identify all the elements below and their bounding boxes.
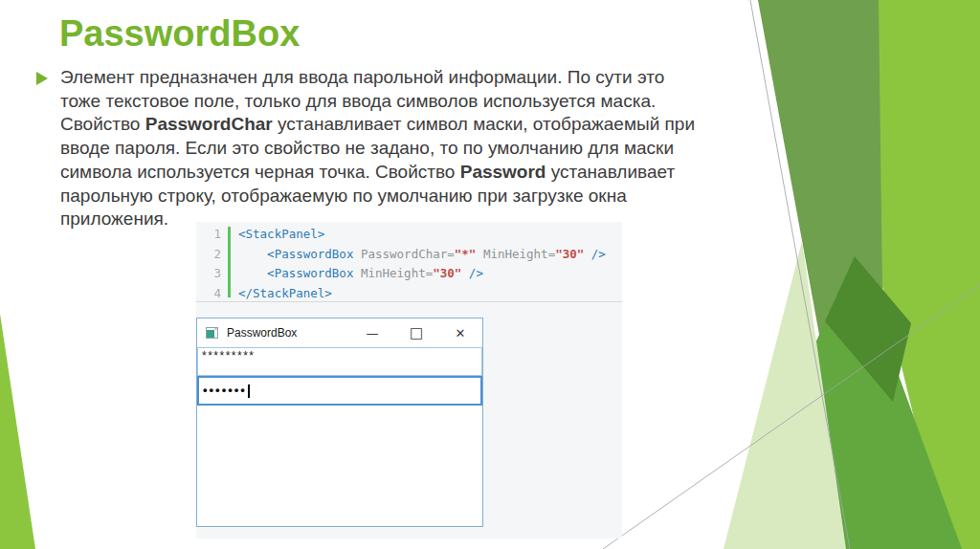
facet-pale-triangle xyxy=(724,241,846,549)
slide: PasswordBox Элемент предназначен для вво… xyxy=(0,0,980,549)
text-line: Свойство PasswordChar устанавливает симв… xyxy=(60,113,695,137)
line-number: 1 xyxy=(196,225,221,245)
password-dots: ••••••• xyxy=(203,383,247,397)
code-line: <StackPanel> xyxy=(238,225,606,245)
bullet-text: Элемент предназначен для ввода парольной… xyxy=(60,66,695,231)
diagonal-line-steep xyxy=(750,0,850,549)
code-line: <PasswordBox PasswordChar="*" MinHeight=… xyxy=(238,245,606,265)
code-lines: <StackPanel> <PasswordBox PasswordChar="… xyxy=(238,225,606,303)
minimize-button[interactable]: — xyxy=(350,318,394,347)
facet-medium-triangle xyxy=(724,254,962,549)
code-line: <PasswordBox MinHeight="30" /> xyxy=(238,264,606,284)
code-gutter: 1234 xyxy=(196,225,221,303)
text-line: символа используется черная точка. Свойс… xyxy=(60,161,695,185)
text-line: вводе пароля. Если это свойство не задан… xyxy=(60,137,695,161)
text-line: Элемент предназначен для ввода парольной… xyxy=(60,66,695,90)
diagonal-line-shallow xyxy=(603,285,980,549)
line-number: 2 xyxy=(196,245,221,265)
line-number: 3 xyxy=(196,264,221,284)
window-controls: — □ ✕ xyxy=(350,318,482,347)
maximize-button[interactable]: □ xyxy=(394,318,438,347)
code-snippet: 1234 <StackPanel> <PasswordBox PasswordC… xyxy=(196,222,622,302)
password-field-masked[interactable]: ********* xyxy=(197,347,482,376)
text-line: парольную строку, отображаемую по умолча… xyxy=(60,185,695,209)
code-line: </StackPanel> xyxy=(238,284,606,304)
line-number: 4 xyxy=(196,284,221,304)
code-gutter-bar xyxy=(228,227,231,297)
facet-dark-diamond xyxy=(825,256,911,402)
screenshot-canvas: 1234 <StackPanel> <PasswordBox PasswordC… xyxy=(196,222,622,538)
facet-bright-triangle xyxy=(879,0,980,549)
text-line: тоже текстовое поле, только для ввода си… xyxy=(60,90,695,114)
text-caret xyxy=(248,384,250,398)
window-titlebar: PasswordBox — □ ✕ xyxy=(197,318,482,347)
left-corner-triangle xyxy=(0,314,35,549)
page-title: PasswordBox xyxy=(59,13,300,55)
password-field-focused[interactable]: ••••••• xyxy=(197,376,482,406)
bullet-arrow-icon xyxy=(36,72,48,85)
close-button[interactable]: ✕ xyxy=(438,318,482,347)
window-title: PasswordBox xyxy=(227,326,297,340)
app-window: PasswordBox — □ ✕ ********* ••••••• xyxy=(196,318,483,527)
facet-sage-triangle xyxy=(758,0,909,549)
app-icon xyxy=(206,327,218,339)
